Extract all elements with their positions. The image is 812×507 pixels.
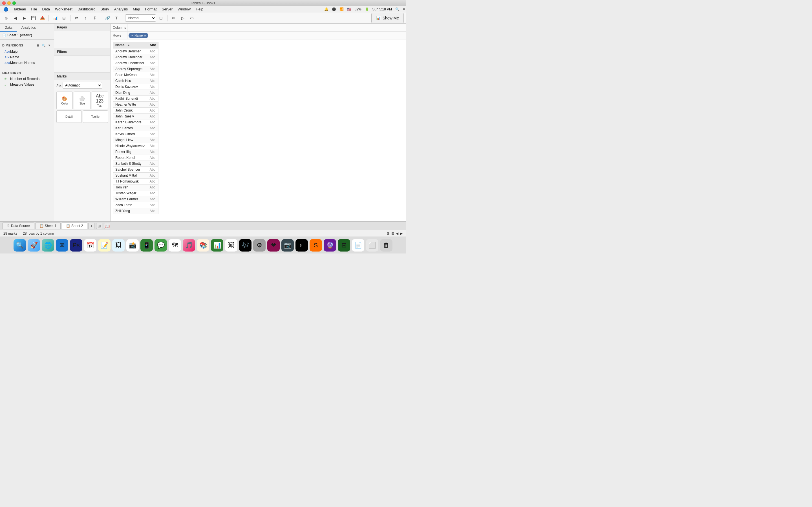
dock-editor[interactable]: ⊞ (338, 239, 350, 251)
table-row[interactable]: Satchel Spencer Abc (113, 167, 158, 173)
toolbar-sort2-btn[interactable]: ↧ (91, 14, 99, 22)
close-button[interactable] (2, 1, 6, 5)
table-row[interactable]: TJ Romanowski Abc (113, 179, 158, 184)
rows-content[interactable]: ▼ Name ⊞ (128, 32, 406, 39)
new-dashboard-btn[interactable]: ⊞ (96, 223, 102, 229)
table-row[interactable]: Tom Yeh Abc (113, 184, 158, 190)
dimension-measure-names[interactable]: Abc Measure Names (0, 60, 54, 66)
dock-document[interactable]: 📄 (352, 239, 364, 251)
dock-calendar[interactable]: 📅 (84, 239, 96, 251)
filters-content[interactable] (54, 56, 110, 73)
dimensions-menu-icon[interactable]: ▼ (47, 43, 52, 48)
marks-type-dropdown[interactable]: Automatic Bar Line Area Circle Shape Tex… (63, 82, 102, 89)
columns-content[interactable] (128, 24, 406, 31)
toolbar-sort-btn[interactable]: ↕ (82, 14, 90, 22)
toolbar-forward-btn[interactable]: ▶ (20, 14, 28, 22)
dimension-name[interactable]: Abc Name (0, 54, 54, 60)
table-row[interactable]: Kari Santos Abc (113, 125, 158, 131)
menu-item-window[interactable]: Window (175, 6, 193, 12)
maximize-button[interactable] (12, 1, 16, 5)
table-row[interactable]: Robert Kendl Abc (113, 155, 158, 161)
toolbar-publish-btn[interactable]: 📤 (38, 14, 46, 22)
dock-mail[interactable]: ✉ (56, 239, 68, 251)
table-row[interactable]: John Raesly Abc (113, 114, 158, 119)
dock-trash[interactable]: 🗑 (380, 239, 393, 251)
toolbar-swap-btn[interactable]: ⇄ (73, 14, 81, 22)
measure-records[interactable]: # Number of Records (0, 76, 54, 82)
dock-itunes[interactable]: 🎵 (183, 239, 195, 251)
toolbar-text-btn[interactable]: T (112, 14, 120, 22)
toolbar-back-btn[interactable]: ◀ (11, 14, 19, 22)
table-row[interactable]: Andrey Shprengel Abc (113, 66, 158, 72)
menu-item-server[interactable]: Server (160, 6, 175, 12)
menu-item-tableau[interactable]: Tableau (11, 6, 29, 12)
menu-item-file[interactable]: File (29, 6, 40, 12)
table-row[interactable]: Tristan Wagar Abc (113, 190, 158, 196)
rows-name-pill[interactable]: ▼ Name ⊞ (129, 33, 148, 38)
dock-finder[interactable]: 🔍 (13, 239, 26, 251)
dock-github[interactable]: 🔮 (324, 239, 336, 251)
dock-sublime[interactable]: S (310, 239, 322, 251)
toolbar-highlight-btn[interactable]: ✏ (170, 14, 177, 22)
analytics-tab[interactable]: Analytics (17, 24, 40, 32)
table-row[interactable]: Kevin Gifford Abc (113, 131, 158, 137)
table-row[interactable]: William Farmer Abc (113, 196, 158, 202)
toolbar-select-btn[interactable]: ▷ (179, 14, 187, 22)
dock-system-prefs[interactable]: ⚙ (253, 239, 266, 251)
dimensions-sort-icon[interactable]: ⊞ (36, 43, 40, 48)
dock-notes[interactable]: 📝 (98, 239, 110, 251)
dock-facetime[interactable]: 📱 (140, 239, 153, 251)
table-row[interactable]: Zhili Yang Abc (113, 208, 158, 214)
menu-item-analysis[interactable]: Analysis (112, 6, 130, 12)
dock-images[interactable]: 🖼 (112, 239, 124, 251)
menu-item-data[interactable]: Data (40, 6, 52, 12)
table-row[interactable]: Fadhil Suhendi Abc (113, 96, 158, 102)
sheet2-tab[interactable]: 📋 Sheet 2 (62, 223, 87, 229)
marks-size-btn[interactable]: ⚪ Size (74, 92, 90, 109)
marks-color-btn[interactable]: 🎨 Color (56, 92, 73, 109)
data-tab[interactable]: Data (0, 24, 17, 32)
show-me-button[interactable]: 📊 Show Me (371, 13, 404, 23)
table-row[interactable]: Sushant Mittal Abc (113, 173, 158, 179)
toolbar-fit-btn[interactable]: ⊡ (157, 14, 165, 22)
table-row[interactable]: Dian Ding Abc (113, 90, 158, 96)
table-row[interactable]: Sanketh S Shetty Abc (113, 161, 158, 167)
dock-photoshop[interactable]: Ps (70, 239, 82, 251)
toolbar-view-btn[interactable]: 📊 (51, 14, 59, 22)
dock-books[interactable]: 📚 (197, 239, 209, 251)
dock-preview[interactable]: 🖼 (225, 239, 238, 251)
table-row[interactable]: Heather Witte Abc (113, 102, 158, 108)
table-row[interactable]: Nicole Woytarowicz Abc (113, 143, 158, 149)
dock-maps[interactable]: 🗺 (168, 239, 181, 251)
toolbar-cards-btn[interactable]: ⊞ (60, 14, 68, 22)
data-table-container[interactable]: Name ▲ Abc Andrew Berumen Abc Andrew Kro… (110, 40, 406, 221)
sheet1-tab[interactable]: 📋 Sheet 1 (35, 223, 61, 229)
dimensions-search-icon[interactable]: 🔍 (42, 43, 46, 48)
menu-item-help[interactable]: Help (193, 6, 206, 12)
dock-blank[interactable]: ⬜ (366, 239, 378, 251)
toolbar-link-btn[interactable]: 🔗 (103, 14, 111, 22)
dock-camera[interactable]: 📷 (282, 239, 294, 251)
dock-music[interactable]: 🎶 (239, 239, 252, 251)
table-row[interactable]: Denis Kazakov Abc (113, 84, 158, 90)
dock-terminal[interactable]: $_ (296, 239, 308, 251)
dimension-major[interactable]: Abc Major (0, 49, 54, 54)
table-row[interactable]: Andrew Linenfelser Abc (113, 60, 158, 66)
dock-launchpad[interactable]: 🚀 (28, 239, 40, 251)
menu-item-worksheet[interactable]: Worksheet (53, 6, 75, 12)
sort-icon[interactable]: ▲ (127, 43, 130, 47)
marks-tooltip-btn[interactable]: Tooltip (83, 110, 108, 123)
dock-photos[interactable]: 📸 (126, 239, 139, 251)
toolbar-save-btn[interactable]: 💾 (29, 14, 37, 22)
pages-content[interactable] (54, 31, 110, 48)
dock-numbers[interactable]: 📊 (211, 239, 223, 251)
chart-type-dropdown[interactable]: Normal Entire View Fit Width Fit Height (125, 14, 156, 22)
table-row[interactable]: Brian McKean Abc (113, 72, 158, 78)
measure-values[interactable]: # Measure Values (0, 82, 54, 87)
new-sheet-btn[interactable]: + (88, 223, 94, 229)
table-row[interactable]: Zach Lamb Abc (113, 202, 158, 208)
new-story-btn[interactable]: 📖 (104, 223, 110, 229)
dock-messages[interactable]: 💬 (154, 239, 167, 251)
table-row[interactable]: Andrew Berumen Abc (113, 48, 158, 54)
dock-safari[interactable]: 🌐 (42, 239, 54, 251)
